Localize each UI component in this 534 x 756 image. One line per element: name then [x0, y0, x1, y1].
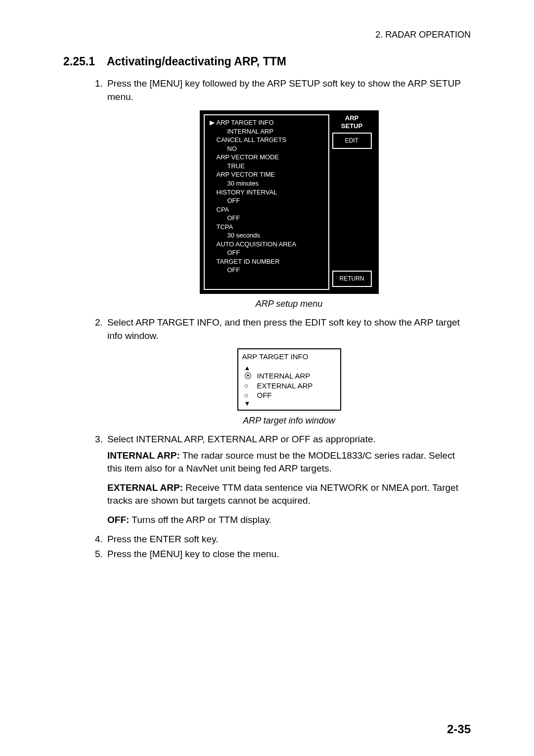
menu-item-value: NO — [210, 144, 323, 153]
step-4-text: Press the ENTER soft key. — [107, 534, 219, 544]
option-label: INTERNAL ARP — [257, 371, 311, 381]
arp-info-title: ARP TARGET INFO — [238, 349, 340, 363]
up-arrow-icon: ▲ — [244, 365, 257, 371]
menu-item-label: ARP VECTOR TIME — [217, 170, 323, 179]
list-item: Press the ENTER soft key. — [105, 533, 471, 546]
definition-external: EXTERNAL ARP: Receive TTM data sentence … — [107, 481, 471, 508]
down-arrow-icon: ▼ — [244, 400, 257, 407]
arp-setup-menu-panel: ▶ARP TARGET INFO INTERNAL ARP CANCEL ALL… — [204, 114, 329, 290]
step-5-text: Press the [MENU] key to close the menu. — [107, 549, 279, 559]
menu-item-label: CPA — [217, 205, 323, 214]
list-item: Select ARP TARGET INFO, and then press t… — [105, 316, 471, 427]
menu-item-label: ARP TARGET INFO — [217, 118, 323, 127]
step-2-text: Select ARP TARGET INFO, and then press t… — [107, 317, 460, 341]
running-header: 2. RADAR OPERATION — [63, 30, 471, 40]
page-number: 2-35 — [447, 722, 471, 736]
radio-unselected-icon: ○ — [244, 390, 257, 400]
menu-item-value: TRUE — [210, 162, 323, 171]
list-item: Press the [MENU] key followed by the ARP… — [105, 77, 471, 310]
section-title: Activating/deactivating ARP, TTM — [107, 55, 286, 68]
definition-internal: INTERNAL ARP: The radar source must be t… — [107, 449, 471, 475]
radio-selected-icon: ⦿ — [244, 371, 257, 381]
menu-item-label: CANCEL ALL TARGETS — [217, 136, 323, 144]
menu-item-value: OFF — [210, 196, 323, 205]
arp-target-info-figure: ARP TARGET INFO ▲ ⦿INTERNAL ARP ○EXTERNA… — [107, 348, 471, 411]
arp-setup-figure: ▶ARP TARGET INFO INTERNAL ARP CANCEL ALL… — [107, 110, 471, 294]
menu-item-value: OFF — [210, 248, 323, 257]
menu-item-value: 30 minutes — [210, 179, 323, 188]
menu-item-label: ARP VECTOR MODE — [217, 153, 323, 162]
figure-caption-1: ARP setup menu — [107, 298, 471, 310]
section-number: 2.25.1 — [63, 55, 95, 68]
arp-setup-sidebar: ARPSETUP EDIT RETURN — [329, 114, 375, 290]
definition-off: OFF: Turns off the ARP or TTM display. — [107, 514, 471, 527]
menu-item-value: OFF — [210, 214, 323, 223]
menu-item-value: INTERNAL ARP — [210, 127, 323, 136]
option-label: OFF — [257, 390, 272, 400]
list-item: Select INTERNAL ARP, EXTERNAL ARP or OFF… — [105, 433, 471, 527]
menu-item-label: HISTORY INTERVAL — [217, 188, 323, 197]
step-list: Press the [MENU] key followed by the ARP… — [63, 77, 471, 561]
menu-pointer-icon: ▶ — [210, 118, 217, 127]
figure-caption-2: ARP target info window — [107, 415, 471, 427]
menu-item-value: OFF — [210, 266, 323, 275]
step-1-text: Press the [MENU] key followed by the ARP… — [107, 78, 461, 102]
list-item: Press the [MENU] key to close the menu. — [105, 548, 471, 561]
menu-item-label: TCPA — [217, 223, 323, 232]
option-label: EXTERNAL ARP — [257, 381, 313, 391]
step-3-text: Select INTERNAL ARP, EXTERNAL ARP or OFF… — [107, 434, 376, 444]
sidebar-heading: ARPSETUP — [329, 114, 375, 133]
menu-item-label: AUTO ACQUISITION AREA — [217, 240, 323, 249]
menu-item-value: 30 seconds — [210, 231, 323, 240]
menu-item-label: TARGET ID NUMBER — [217, 257, 323, 266]
radio-unselected-icon: ○ — [244, 381, 257, 391]
section-heading: 2.25.1Activating/deactivating ARP, TTM — [63, 55, 471, 68]
edit-softkey: EDIT — [332, 133, 372, 149]
return-softkey: RETURN — [332, 271, 372, 287]
